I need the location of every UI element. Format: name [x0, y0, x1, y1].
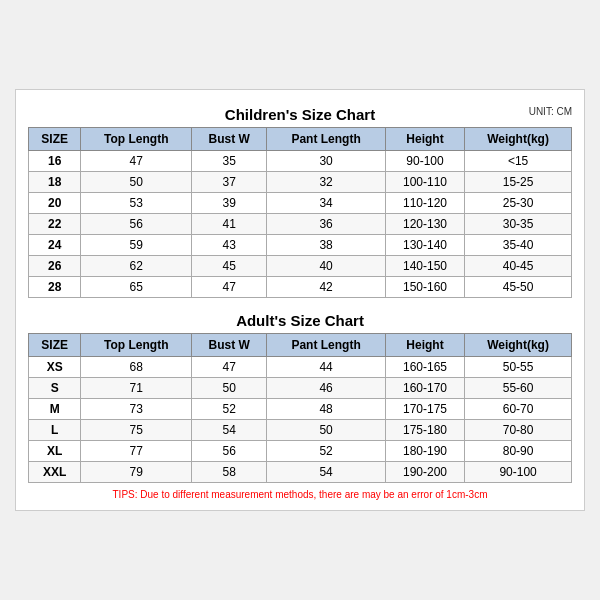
- adults-section-title: Adult's Size Chart: [28, 306, 572, 333]
- adult-col-header-top-length: Top Length: [81, 334, 192, 357]
- table-row: XS684744160-16550-55: [29, 357, 572, 378]
- adults-header-row: SIZE Top Length Bust W Pant Length Heigh…: [29, 334, 572, 357]
- tips-text: TIPS: Due to different measurement metho…: [28, 489, 572, 500]
- col-header-size: SIZE: [29, 128, 81, 151]
- adults-table-body: XS684744160-16550-55S715046160-17055-60M…: [29, 357, 572, 483]
- table-row: 20533934110-12025-30: [29, 193, 572, 214]
- table-row: 22564136120-13030-35: [29, 214, 572, 235]
- col-header-weight: Weight(kg): [465, 128, 572, 151]
- table-row: 26624540140-15040-45: [29, 256, 572, 277]
- children-section-title: Children's Size Chart UNIT: CM: [28, 100, 572, 127]
- table-row: XXL795854190-20090-100: [29, 462, 572, 483]
- adult-col-header-weight: Weight(kg): [465, 334, 572, 357]
- children-title-text: Children's Size Chart: [225, 106, 375, 123]
- table-row: 1647353090-100<15: [29, 151, 572, 172]
- col-header-height: Height: [385, 128, 464, 151]
- children-table-body: 1647353090-100<1518503732100-11015-25205…: [29, 151, 572, 298]
- table-row: 24594338130-14035-40: [29, 235, 572, 256]
- col-header-pant-length: Pant Length: [267, 128, 386, 151]
- table-row: M735248170-17560-70: [29, 399, 572, 420]
- table-row: S715046160-17055-60: [29, 378, 572, 399]
- unit-label: UNIT: CM: [529, 106, 572, 117]
- col-header-top-length: Top Length: [81, 128, 192, 151]
- table-row: XL775652180-19080-90: [29, 441, 572, 462]
- adults-size-table: SIZE Top Length Bust W Pant Length Heigh…: [28, 333, 572, 483]
- col-header-bust-w: Bust W: [192, 128, 267, 151]
- adult-col-header-height: Height: [385, 334, 464, 357]
- adult-col-header-bust-w: Bust W: [192, 334, 267, 357]
- children-header-row: SIZE Top Length Bust W Pant Length Heigh…: [29, 128, 572, 151]
- children-size-table: SIZE Top Length Bust W Pant Length Heigh…: [28, 127, 572, 298]
- table-row: 28654742150-16045-50: [29, 277, 572, 298]
- adult-col-header-pant-length: Pant Length: [267, 334, 386, 357]
- adults-title-text: Adult's Size Chart: [236, 312, 364, 329]
- size-chart-container: Children's Size Chart UNIT: CM SIZE Top …: [15, 89, 585, 511]
- table-row: L755450175-18070-80: [29, 420, 572, 441]
- table-row: 18503732100-11015-25: [29, 172, 572, 193]
- adult-col-header-size: SIZE: [29, 334, 81, 357]
